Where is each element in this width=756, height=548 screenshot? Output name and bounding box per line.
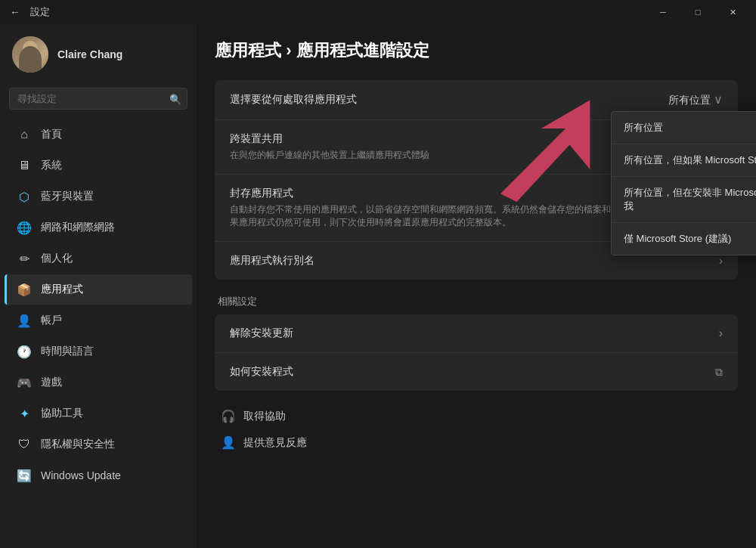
sidebar-item-gaming[interactable]: 🎮 遊戲 [5, 367, 192, 398]
network-icon: 🌐 [17, 220, 32, 235]
bottom-links: 🎧 取得協助 👤 提供意見反應 [215, 403, 738, 456]
sidebar-item-network[interactable]: 🌐 網路和網際網路 [5, 212, 192, 243]
sidebar-item-accessibility[interactable]: ✦ 協助工具 [5, 398, 192, 429]
system-icon: 🖥 [17, 158, 32, 173]
app-container: Claire Chang 🔍 ⌂ 首頁 🖥 系統 ⬡ 藍牙與裝置 🌐 網路和網 [0, 24, 756, 548]
feedback-icon: 👤 [221, 435, 236, 450]
apps-icon: 📦 [17, 282, 32, 297]
avatar-image [12, 36, 48, 73]
titlebar-controls: ─ □ ✕ [646, 0, 750, 24]
uninstall-updates-row[interactable]: 解除安裝更新 › [215, 314, 738, 353]
bluetooth-icon: ⬡ [17, 189, 32, 204]
uninstall-updates-label: 解除安裝更新 [230, 327, 293, 340]
privacy-icon: 🛡 [17, 437, 32, 452]
gaming-icon: 🎮 [17, 375, 32, 390]
help-label: 取得協助 [243, 410, 286, 423]
feedback-link[interactable]: 👤 提供意見反應 [218, 429, 738, 456]
breadcrumb-arrow: › [286, 41, 296, 60]
alias-label: 應用程式執行別名 [230, 254, 314, 268]
sidebar-item-time[interactable]: 🕐 時間與語言 [5, 336, 192, 367]
feedback-label: 提供意見反應 [243, 436, 307, 450]
sidebar-item-bluetooth[interactable]: ⬡ 藍牙與裝置 [5, 181, 192, 212]
personalization-icon: ✏ [17, 251, 32, 266]
install-source-content: 選擇要從何處取得應用程式 [230, 93, 668, 107]
dropdown-option-warn-store[interactable]: 所有位置，但如果 Microsoft Store 中有類似應用程式時告知我 [612, 144, 756, 177]
install-programs-label: 如何安裝程式 [230, 365, 293, 379]
close-button[interactable]: ✕ [715, 0, 750, 24]
titlebar-left: ← 設定 [6, 3, 50, 21]
install-programs-row[interactable]: 如何安裝程式 ⧉ [215, 353, 738, 391]
accounts-icon: 👤 [17, 313, 32, 328]
sidebar-item-accounts[interactable]: 👤 帳戶 [5, 305, 192, 336]
dropdown-option-store-only[interactable]: 僅 Microsoft Store (建議) [612, 223, 756, 255]
get-help-link[interactable]: 🎧 取得協助 [218, 403, 738, 429]
accessibility-icon: ✦ [17, 406, 32, 421]
sidebar-nav: ⌂ 首頁 🖥 系統 ⬡ 藍牙與裝置 🌐 網路和網際網路 ✏ 個人化 📦 應用程 [0, 119, 197, 491]
archive-desc: 自動封存您不常使用的應用程式，以節省儲存空間和網際網路頻寬。系統仍然會儲存您的檔… [230, 203, 655, 229]
sidebar-item-system[interactable]: 🖥 系統 [5, 150, 192, 181]
sidebar-item-personalization[interactable]: ✏ 個人化 [5, 243, 192, 274]
breadcrumb-part1: 應用程式 [215, 41, 281, 60]
related-section-label: 相關設定 [215, 295, 738, 308]
dropdown-option-all[interactable]: 所有位置 [612, 112, 756, 144]
titlebar: ← 設定 ─ □ ✕ [0, 0, 756, 24]
help-icon: 🎧 [221, 409, 236, 423]
archive-content: 封存應用程式 自動封存您不常使用的應用程式，以節省儲存空間和網際網路頻寬。系統仍… [230, 187, 655, 229]
windows-update-icon: 🔄 [17, 468, 32, 483]
app-title: 設定 [30, 5, 50, 19]
sidebar-item-apps[interactable]: 📦 應用程式 [5, 274, 192, 305]
breadcrumb-part2: 應用程式進階設定 [296, 41, 429, 60]
external-link-icon: ⧉ [715, 366, 723, 379]
install-source-label: 選擇要從何處取得應用程式 [230, 93, 668, 107]
sidebar: Claire Chang 🔍 ⌂ 首頁 🖥 系統 ⬡ 藍牙與裝置 🌐 網路和網 [0, 24, 197, 548]
dropdown-option-warn-non-store[interactable]: 所有位置，但在安裝非 Microsoft Store 提供的應用程式前警告我 [612, 177, 756, 223]
install-source-dropdown[interactable]: 所有位置 所有位置，但如果 Microsoft Store 中有類似應用程式時告… [611, 111, 756, 255]
main-content: 應用程式 › 應用程式進階設定 選擇要從何處取得應用程式 所有位置 ∨ 跨裝置共… [197, 24, 756, 548]
install-source-value: 所有位置 ∨ [668, 92, 723, 107]
uninstall-updates-chevron: › [719, 327, 723, 340]
related-settings-card: 解除安裝更新 › 如何安裝程式 ⧉ [215, 314, 738, 391]
time-icon: 🕐 [17, 344, 32, 359]
install-source-chevron: ∨ [714, 93, 723, 106]
alias-chevron: › [719, 254, 723, 268]
avatar [12, 36, 48, 73]
home-icon: ⌂ [17, 127, 32, 142]
archive-label: 封存應用程式 [230, 187, 655, 200]
maximize-button[interactable]: □ [680, 0, 715, 24]
sidebar-item-privacy[interactable]: 🛡 隱私權與安全性 [5, 429, 192, 460]
sidebar-item-home[interactable]: ⌂ 首頁 [5, 119, 192, 150]
user-profile[interactable]: Claire Chang [0, 24, 197, 82]
back-button[interactable]: ← [6, 3, 24, 21]
avatar-body [19, 46, 42, 73]
search-input[interactable] [9, 88, 187, 110]
install-source-current: 所有位置 [668, 94, 711, 106]
page-title: 應用程式 › 應用程式進階設定 [215, 39, 738, 62]
user-name: Claire Chang [57, 48, 122, 60]
sidebar-item-windows-update[interactable]: 🔄 Windows Update [5, 460, 192, 491]
search-icon: 🔍 [169, 93, 181, 104]
minimize-button[interactable]: ─ [646, 0, 680, 24]
search-box: 🔍 [9, 88, 187, 110]
